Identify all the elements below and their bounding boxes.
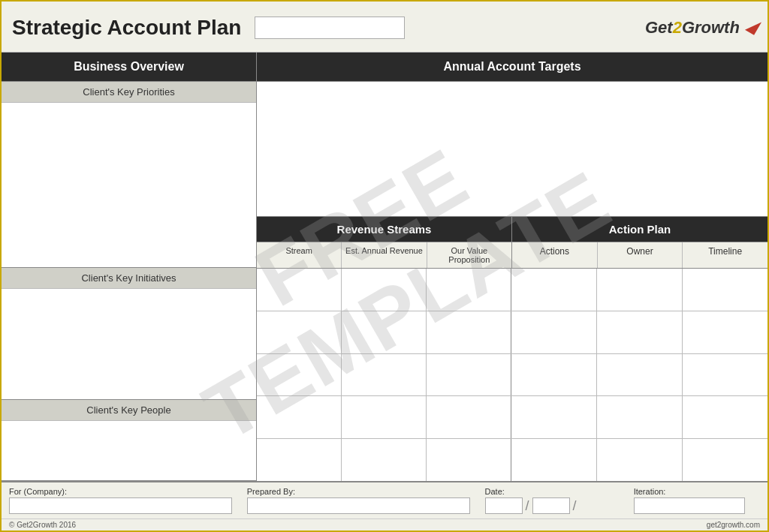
header-left: Strategic Account Plan: [12, 16, 405, 40]
page-wrapper: FREE TEMPLATE Strategic Account Plan Get…: [0, 0, 769, 532]
cell-stream-2[interactable]: [257, 311, 342, 353]
cell-action-5[interactable]: [511, 439, 597, 481]
header: Strategic Account Plan Get2Growth: [2, 2, 767, 53]
annual-targets-header-cell: Annual Account Targets: [257, 53, 767, 81]
annual-targets-content[interactable]: [257, 82, 767, 217]
logo-growth: Growth: [682, 18, 740, 37]
cell-timeline-3[interactable]: [683, 354, 767, 396]
company-label: For (Company):: [9, 487, 232, 496]
cell-timeline-2[interactable]: [683, 311, 767, 353]
key-initiatives-content[interactable]: [2, 289, 256, 399]
cell-revenue-5[interactable]: [342, 439, 427, 481]
key-people-section: Client's Key People: [2, 400, 256, 481]
cell-stream-5[interactable]: [257, 439, 342, 481]
cell-revenue-2[interactable]: [342, 311, 427, 353]
action-col-labels: Actions Owner Timeline: [512, 242, 767, 268]
key-people-content[interactable]: [2, 421, 256, 480]
cell-owner-5[interactable]: [597, 439, 683, 481]
data-rows-area: [257, 269, 767, 481]
col-timeline: Timeline: [683, 242, 767, 268]
copyright: © Get2Growth 2016: [9, 521, 76, 529]
annual-targets-header: Annual Account Targets: [257, 53, 767, 81]
footer-bottom: © Get2Growth 2016 get2growth.com: [2, 518, 767, 530]
sub-headers-row: Revenue Streams Action Plan: [257, 217, 767, 242]
company-input[interactable]: [9, 497, 232, 514]
key-initiatives-section: Client's Key Initiatives: [2, 268, 256, 400]
body-area: Client's Key Priorities Client's Key Ini…: [2, 82, 767, 481]
cell-action-1[interactable]: [511, 269, 597, 311]
cell-timeline-1[interactable]: [683, 269, 767, 311]
table-row: [257, 311, 767, 354]
company-field: For (Company):: [9, 487, 232, 514]
cell-action-2[interactable]: [511, 311, 597, 353]
business-overview-header-cell: Business Overview: [2, 53, 257, 81]
right-panel: Revenue Streams Action Plan Stream Est. …: [257, 82, 767, 481]
revenue-streams-header: Revenue Streams: [257, 217, 512, 242]
cell-action-3[interactable]: [511, 354, 597, 396]
date-label: Date:: [485, 487, 619, 496]
cell-stream-4[interactable]: [257, 396, 342, 438]
prepared-by-input[interactable]: [247, 497, 470, 514]
slash-1: /: [526, 498, 529, 514]
table-row: [257, 354, 767, 397]
col-owner: Owner: [598, 242, 683, 268]
cell-owner-1[interactable]: [597, 269, 683, 311]
iteration-input[interactable]: [634, 497, 745, 514]
prepared-by-label: Prepared By:: [247, 487, 470, 496]
footer-area: For (Company): Prepared By: Date: / / It…: [2, 481, 767, 518]
cell-value-3[interactable]: [427, 354, 511, 396]
action-plan-header: Action Plan: [512, 217, 767, 242]
cell-revenue-1[interactable]: [342, 269, 427, 311]
key-priorities-section: Client's Key Priorities: [2, 82, 256, 268]
arrow-icon: [745, 17, 761, 35]
table-row: [257, 396, 767, 439]
cell-value-1[interactable]: [427, 269, 511, 311]
iteration-field: Iteration:: [634, 487, 745, 514]
page-title: Strategic Account Plan: [12, 16, 241, 40]
website: get2growth.com: [707, 521, 760, 529]
key-people-label: Client's Key People: [2, 400, 256, 421]
cell-revenue-4[interactable]: [342, 396, 427, 438]
main-content: Business Overview Annual Account Targets…: [2, 53, 767, 481]
cell-revenue-3[interactable]: [342, 354, 427, 396]
logo-get: Get: [645, 18, 673, 37]
cell-timeline-4[interactable]: [683, 396, 767, 438]
cell-owner-3[interactable]: [597, 354, 683, 396]
title-input[interactable]: [255, 17, 405, 39]
col-value-proposition: Our Value Proposition: [427, 242, 511, 268]
cell-stream-3[interactable]: [257, 354, 342, 396]
section-headers-row: Business Overview Annual Account Targets: [2, 53, 767, 82]
date-input-1[interactable]: [485, 497, 523, 514]
date-input-2[interactable]: [532, 497, 570, 514]
table-row: [257, 269, 767, 311]
cell-stream-1[interactable]: [257, 269, 342, 311]
prepared-by-field: Prepared By:: [247, 487, 470, 514]
logo: Get2Growth: [645, 18, 757, 38]
logo-2: 2: [673, 18, 682, 37]
business-overview-header: Business Overview: [2, 53, 256, 81]
slash-2: /: [573, 498, 577, 514]
cell-action-4[interactable]: [511, 396, 597, 438]
revenue-col-labels: Stream Est. Annual Revenue Our Value Pro…: [257, 242, 512, 268]
table-row: [257, 439, 767, 481]
cell-value-2[interactable]: [427, 311, 511, 353]
key-priorities-content[interactable]: [2, 103, 256, 267]
col-stream: Stream: [257, 242, 342, 268]
iteration-label: Iteration:: [634, 487, 745, 496]
col-actions: Actions: [512, 242, 598, 268]
date-field: Date: / /: [485, 487, 619, 514]
cell-owner-4[interactable]: [597, 396, 683, 438]
cell-owner-2[interactable]: [597, 311, 683, 353]
key-initiatives-label: Client's Key Initiatives: [2, 268, 256, 289]
col-est-annual-revenue: Est. Annual Revenue: [342, 242, 427, 268]
cell-timeline-5[interactable]: [683, 439, 767, 481]
left-panel: Client's Key Priorities Client's Key Ini…: [2, 82, 257, 481]
cell-value-4[interactable]: [427, 396, 511, 438]
key-priorities-label: Client's Key Priorities: [2, 82, 256, 103]
cell-value-5[interactable]: [427, 439, 511, 481]
column-labels-row: Stream Est. Annual Revenue Our Value Pro…: [257, 242, 767, 269]
